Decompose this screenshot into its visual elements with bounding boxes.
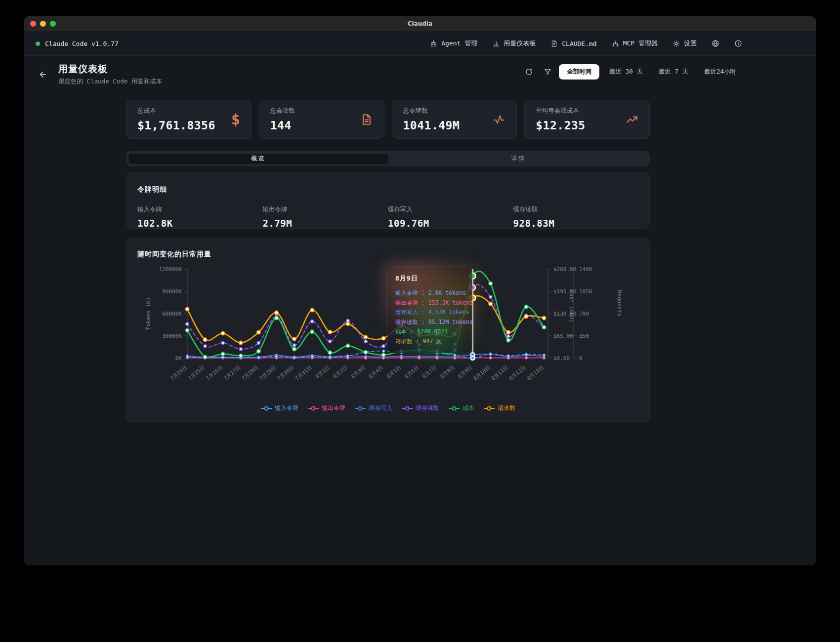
legend-marker — [260, 405, 272, 411]
appbar: Claude Code v1.0.77 Agent 管理 用量仪表板 CLAUD… — [24, 32, 816, 56]
stat-label: 总成本 — [137, 107, 215, 115]
token-stat-cache-read: 缓存读取 928.83M — [513, 205, 639, 229]
refresh-button[interactable] — [521, 65, 536, 80]
legend-label: 缓存读取 — [416, 404, 439, 412]
nav-claude-md[interactable]: CLAUDE.md — [550, 40, 596, 47]
bar-chart-icon — [492, 40, 500, 47]
time-filter-24-hours[interactable]: 最近24小时 — [698, 64, 742, 80]
series-cache-read — [186, 284, 546, 351]
info-button[interactable] — [734, 40, 742, 47]
svg-text:7月24日: 7月24日 — [169, 364, 188, 381]
main-nav: Agent 管理 用量仪表板 CLAUDE.md MCP 管理器 设置 — [430, 39, 742, 48]
legend-marker — [354, 405, 366, 411]
token-stat-input: 输入令牌 102.8K — [137, 205, 263, 229]
svg-text:$260.00: $260.00 — [553, 266, 576, 273]
tab-overview[interactable]: 概览 — [128, 153, 388, 164]
svg-text:8月4日: 8月4日 — [368, 364, 384, 379]
legend-marker — [307, 405, 319, 411]
tab-details[interactable]: 详情 — [388, 153, 648, 164]
stat-value: 1041.49M — [403, 119, 460, 132]
stat-value: $12.235 — [536, 119, 585, 132]
legend-item-0[interactable]: 输入令牌 — [260, 404, 298, 412]
axis-cost: $260.00$195.00$130.00$65.00$0.00Cost (US… — [548, 266, 576, 361]
language-globe-button[interactable] — [712, 40, 719, 47]
tooltip-row-cost: 成本$240.0021 — [395, 327, 464, 337]
close-window-button[interactable] — [30, 21, 36, 27]
x-axis-labels: 7月24日7月25日7月26日7月27日7月28日7月29日7月30日7月31日… — [169, 364, 545, 381]
stat-card-total-tokens: 总令牌数 1041.49M — [392, 100, 517, 139]
titlebar: Claudia — [24, 16, 816, 32]
stat-value: $1,761.8356 — [137, 119, 215, 132]
svg-text:7月28日: 7月28日 — [240, 364, 259, 381]
nav-settings[interactable]: 设置 — [672, 39, 697, 48]
legend-item-1[interactable]: 输出令牌 — [307, 404, 345, 412]
svg-text:8月13日: 8月13日 — [526, 364, 545, 381]
minimize-window-button[interactable] — [40, 21, 46, 27]
legend-item-4[interactable]: 成本 — [448, 404, 474, 412]
svg-text:8月5日: 8月5日 — [385, 364, 402, 379]
svg-text:8月9日: 8月9日 — [457, 364, 473, 379]
globe-icon — [712, 40, 719, 47]
series-requests — [185, 296, 546, 345]
svg-text:0: 0 — [579, 355, 583, 361]
window-title: Claudia — [408, 20, 432, 27]
filter-button[interactable] — [540, 65, 555, 80]
tooltip-row-output: 输出令牌155.3K tokens — [395, 298, 464, 308]
svg-text:90000K: 90000K — [162, 288, 182, 295]
legend-label: 输出令牌 — [322, 404, 345, 412]
dollar-icon: $ — [231, 112, 240, 127]
stat-card-avg-cost-per-session: 平均每会话成本 $12.235 — [524, 100, 650, 139]
legend-item-5[interactable]: 请求数 — [483, 404, 515, 412]
page-subtitle: 跟踪您的 Claude Code 用量和成本 — [58, 78, 162, 86]
svg-text:8月3日: 8月3日 — [350, 364, 366, 379]
svg-text:700: 700 — [579, 311, 589, 317]
status-indicator-dot — [36, 41, 40, 46]
token-stat-cache-write: 缓存写入 109.76M — [388, 205, 513, 229]
app-version-label: Claude Code v1.0.77 — [45, 40, 119, 47]
legend-label: 成本 — [462, 404, 474, 412]
page-title: 用量仪表板 — [58, 63, 162, 76]
axis-tokens: 120000K90000K60000K30000K0KTokens (K) — [145, 266, 187, 361]
refresh-icon — [525, 68, 533, 76]
legend-item-2[interactable]: 缓存写入 — [354, 404, 392, 412]
nav-usage-dashboard[interactable]: 用量仪表板 — [492, 39, 536, 48]
tooltip-row-cache-read: 缓存读取95.12M tokens — [395, 318, 464, 327]
stat-card-total-cost: 总成本 $1,761.8356 $ — [126, 100, 252, 139]
arrow-left-icon — [39, 70, 47, 79]
time-filter-all-time[interactable]: 全部时间 — [559, 64, 599, 80]
legend-label: 请求数 — [498, 404, 515, 412]
legend-item-3[interactable]: 缓存读取 — [401, 404, 439, 412]
claude-code-status: Claude Code v1.0.77 — [36, 40, 119, 47]
token-breakdown-title: 令牌明细 — [137, 185, 638, 194]
zoom-window-button[interactable] — [50, 21, 56, 27]
time-filter-30-days[interactable]: 最近 30 天 — [603, 64, 649, 80]
time-filter-7-days[interactable]: 最近 7 天 — [653, 64, 694, 80]
bot-icon — [430, 40, 437, 47]
legend-label: 输入令牌 — [275, 404, 298, 412]
svg-text:7月30日: 7月30日 — [276, 364, 295, 381]
svg-text:30000K: 30000K — [162, 333, 182, 339]
file-text-icon — [550, 40, 558, 47]
svg-text:8月12日: 8月12日 — [508, 364, 527, 381]
token-stat-output: 输出令牌 2.79M — [263, 205, 388, 229]
traffic-lights — [30, 16, 56, 31]
chart-legend: 输入令牌 输出令牌 缓存写入 缓存读取 成本 请求数 — [126, 404, 649, 412]
stat-card-total-sessions: 总会话数 144 — [259, 100, 384, 139]
chart-tooltip: 8月9日 输入令牌2.8K tokens 输出令牌155.3K tokens 缓… — [387, 267, 472, 353]
tooltip-row-input: 输入令牌2.8K tokens — [395, 288, 464, 298]
activity-icon — [493, 113, 505, 126]
svg-text:$0.00: $0.00 — [553, 355, 570, 361]
nav-mcp-manager[interactable]: MCP 管理器 — [612, 39, 658, 48]
stat-value: 144 — [270, 119, 295, 132]
svg-text:1050: 1050 — [579, 288, 592, 295]
svg-text:8月2日: 8月2日 — [332, 364, 348, 379]
daily-usage-chart-card: 随时间变化的日常用量 120000K90000K60000K30000K0KTo… — [126, 238, 650, 422]
main-content: 总成本 $1,761.8356 $ 总会话数 144 总令牌数 1041.49M — [126, 100, 650, 422]
app-window: Claudia Claude Code v1.0.77 Agent 管理 用量仪… — [24, 16, 816, 565]
svg-text:8月1日: 8月1日 — [314, 364, 331, 379]
svg-text:8月10日: 8月10日 — [472, 364, 491, 381]
back-button[interactable] — [35, 66, 51, 83]
tooltip-row-requests: 请求数947 次 — [395, 337, 464, 347]
nav-agent-manager[interactable]: Agent 管理 — [430, 39, 477, 48]
svg-text:8月6日: 8月6日 — [403, 364, 420, 379]
